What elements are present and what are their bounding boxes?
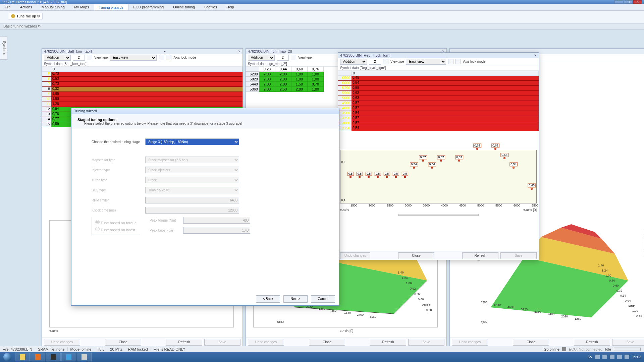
cell[interactable]: 2,00 [259, 87, 275, 92]
max-button[interactable]: ❐ [624, 0, 633, 4]
field-select[interactable]: Stock injectors [145, 167, 239, 173]
cell[interactable]: 0,57 [352, 116, 539, 121]
menu-file[interactable]: File [0, 4, 15, 10]
tray-icon[interactable] [625, 355, 629, 359]
cell[interactable]: 0,45 [352, 76, 539, 80]
task-button[interactable] [46, 353, 61, 361]
close-panel-button[interactable]: Close [513, 339, 549, 346]
menu-online-tuning[interactable]: Online tuning [168, 4, 200, 10]
back-button[interactable]: < Back [256, 295, 280, 303]
cell[interactable]: 1,28 [51, 102, 243, 107]
start-button[interactable] [0, 352, 15, 362]
undo-button[interactable]: Undo changes [248, 339, 284, 346]
cell[interactable]: 2,00 [275, 77, 291, 82]
cell[interactable]: 0,32 [51, 87, 243, 92]
next-button[interactable]: Next > [283, 295, 308, 303]
cell[interactable]: 0,54 [352, 111, 539, 116]
cell[interactable]: 1,50 [51, 97, 243, 102]
menu-tuning-wizards[interactable]: Tuning wizards [94, 4, 129, 10]
refresh-button[interactable]: Refresh [166, 339, 202, 346]
field-input[interactable] [145, 207, 239, 214]
field-select[interactable]: Stock mapsensor (2.5 bar) [145, 157, 239, 163]
cell[interactable]: 1,00 [291, 72, 308, 77]
cell[interactable]: 2,00 [259, 72, 275, 77]
cell[interactable]: 1,00 [308, 77, 324, 82]
tool-icon-3[interactable] [455, 59, 461, 64]
undo-button[interactable]: Undo changes [340, 252, 370, 259]
field-input[interactable] [145, 197, 239, 203]
cell[interactable]: 1,00 [308, 72, 324, 77]
undo-button[interactable]: Undo changes [44, 339, 80, 346]
tool-icon-3[interactable] [166, 55, 171, 60]
tool-icon[interactable] [383, 59, 388, 64]
save-button[interactable]: Save [500, 252, 537, 259]
tune-me-up-button[interactable]: Tune me up ® [8, 13, 43, 19]
cell[interactable]: 0,53 [51, 77, 243, 81]
refresh-button[interactable]: Refresh [370, 339, 406, 346]
menu-actions[interactable]: Actions [15, 4, 37, 10]
cell[interactable]: 1,00 [291, 77, 308, 82]
tray-icon[interactable] [595, 355, 600, 359]
menu-my-maps[interactable]: My Maps [69, 4, 94, 10]
addition-select[interactable]: Addition [44, 55, 71, 61]
radio-torque[interactable] [95, 220, 100, 224]
tray-icon[interactable] [602, 355, 607, 359]
clock[interactable]: 19:03 [632, 355, 641, 359]
cell[interactable]: 1,00 [308, 87, 324, 92]
refresh-button[interactable]: Refresh [462, 252, 498, 259]
cell[interactable]: 0,54 [352, 81, 539, 85]
menu-manual-tuning[interactable]: Manual tuning [37, 4, 69, 10]
tray-icon[interactable] [617, 355, 622, 359]
cell[interactable]: 0,73 [51, 82, 243, 86]
cell[interactable]: 0,58 [352, 86, 539, 90]
task-button[interactable] [31, 353, 45, 361]
cell[interactable]: 0,57 [352, 101, 539, 106]
refresh-button[interactable]: Refresh [574, 339, 610, 346]
addition-value[interactable] [277, 55, 289, 61]
task-button[interactable] [15, 353, 30, 361]
menu-ecu-programming[interactable]: ECU programming [128, 4, 168, 10]
tool-icon[interactable] [87, 55, 92, 60]
field-select[interactable]: Trionic 5 valve [145, 187, 239, 193]
addition-select[interactable]: Addition [340, 59, 367, 65]
cell[interactable]: 2,00 [259, 77, 275, 82]
addition-value[interactable] [73, 55, 85, 61]
stage-select[interactable]: Stage 3 (+80 bhp, +80Nm) [145, 138, 239, 145]
tray-icon[interactable] [610, 355, 614, 359]
cell[interactable]: 1,50 [291, 82, 308, 87]
cell[interactable]: 0,57 [352, 106, 539, 111]
go-online[interactable]: Go online [544, 347, 559, 351]
cell[interactable]: 0,62 [352, 96, 539, 101]
cell[interactable]: 0,57 [352, 121, 539, 126]
save-button[interactable]: Save [204, 339, 240, 346]
menu-logfiles[interactable]: Logfiles [200, 4, 222, 10]
tool-icon-2[interactable] [159, 55, 164, 60]
cell[interactable]: 0,73 [51, 72, 243, 76]
viewtype-select[interactable]: Easy view [406, 59, 446, 65]
cell[interactable]: 1,85 [51, 92, 243, 97]
panel-close-icon[interactable]: ✕ [238, 50, 240, 53]
panel-pin-icon[interactable]: ▾ [164, 50, 166, 53]
symbols-tab[interactable]: Symbols [0, 36, 7, 60]
addition-select[interactable]: Addition [248, 55, 275, 61]
cell[interactable]: 0,70 [308, 82, 324, 87]
cell[interactable]: 2,00 [275, 72, 291, 77]
tool-icon-2[interactable] [448, 59, 453, 64]
addition-value[interactable] [369, 59, 381, 65]
peak-boost-input[interactable] [183, 227, 250, 234]
task-button[interactable] [61, 353, 76, 361]
cell[interactable]: 0,54 [352, 126, 539, 131]
cell[interactable]: 2,50 [275, 87, 291, 92]
scrollbar[interactable] [398, 214, 479, 216]
cell[interactable]: 0,62 [352, 91, 539, 96]
panel-close-icon[interactable]: ✕ [534, 54, 537, 57]
close-panel-button[interactable]: Close [309, 339, 345, 346]
save-button[interactable]: Save [408, 339, 444, 346]
close-panel-button[interactable]: Close [398, 252, 434, 259]
undo-button[interactable]: Undo changes [452, 339, 488, 346]
peak-torque-input[interactable] [183, 217, 250, 224]
menu-help[interactable]: Help [222, 4, 239, 10]
close-panel-button[interactable]: Close [105, 339, 141, 346]
radio-boost[interactable] [95, 227, 100, 231]
task-button[interactable] [77, 353, 92, 361]
